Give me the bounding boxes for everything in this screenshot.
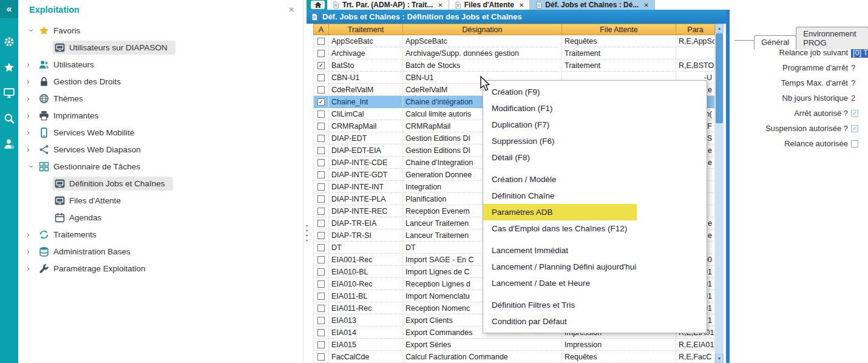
table-row-archivage[interactable]: ArchivageArchivage/Supp. données gestion… [313, 47, 715, 59]
row-checkbox[interactable] [317, 208, 325, 215]
field-checkbox[interactable] [851, 140, 858, 148]
sidebar-item-traitements[interactable]: ›Traitements [18, 226, 303, 243]
row-checkbox[interactable] [317, 74, 325, 81]
row-checkbox[interactable] [317, 147, 325, 154]
chevron-right-icon[interactable]: › [27, 59, 36, 69]
menu-item-condition-par-defaut[interactable]: Condition par Défaut [483, 313, 707, 330]
menu-item-suppression-f6[interactable]: Suppression (F6) [483, 133, 707, 149]
row-checkbox[interactable] [317, 50, 325, 57]
row-checkbox[interactable] [317, 293, 325, 300]
row-checkbox[interactable] [317, 135, 325, 142]
column-header-a[interactable]: A [313, 24, 329, 35]
chevron-right-icon[interactable]: › [27, 246, 36, 256]
sidebar-item-imprimantes[interactable]: ›Imprimantes [18, 107, 303, 124]
tab-close-icon[interactable]: ✕ [519, 2, 524, 8]
tab-close-icon[interactable]: ✕ [643, 2, 648, 8]
row-checkbox[interactable] [317, 159, 325, 166]
menu-item-lancement-planning-defini-aujourd-hui[interactable]: Lancement / Planning Défini aujourd'hui [483, 259, 707, 275]
menu-item-lancement-date-et-heure[interactable]: Lancement / Date et Heure [483, 275, 707, 291]
row-checkbox[interactable] [317, 317, 325, 324]
tab-trt-par-adm-ap-trait[interactable]: Trt. Par. (ADM-AP) : Trait...✕ [327, 0, 449, 10]
sidebar-item-utilisateurs-sur-diapason[interactable]: Utilisateurs sur DIAPASON [18, 39, 303, 56]
tab-def-jobs-et-chaines-de[interactable]: Déf. Jobs et Chaînes : Dé...✕ [530, 0, 654, 10]
sidebar-item-gestionnaire-de-taches[interactable]: ›Gestionnaire de Tâches [18, 158, 303, 175]
gear-button[interactable] [0, 33, 18, 51]
row-checkbox[interactable] [317, 305, 325, 312]
menu-item-definition-filtres-et-tris[interactable]: Définition Filtres et Tris [483, 297, 707, 313]
chevron-down-icon[interactable]: › [27, 25, 36, 35]
properties-tab-environnement-prog[interactable]: Environnement PROG [796, 27, 868, 49]
sidebar-item-agendas[interactable]: Agendas [18, 209, 303, 226]
monitor-button[interactable] [0, 84, 18, 102]
menu-item-lancement-immediat[interactable]: Lancement Immédiat [483, 242, 707, 259]
chevron-right-icon[interactable]: › [27, 144, 36, 154]
menu-item-creation-modele[interactable]: Création / Modèle [483, 171, 707, 188]
row-checkbox[interactable] [317, 195, 325, 203]
row-checkbox[interactable] [317, 232, 325, 239]
column-header-designation[interactable]: Désignation [403, 24, 562, 35]
menu-item-parametres-adb[interactable]: Paramètres ADB [483, 204, 707, 220]
sidebar-item-gestion-des-droits[interactable]: ›Gestion des Droits [18, 73, 303, 90]
chevron-right-icon[interactable]: › [27, 110, 36, 120]
scrollbar-track[interactable] [715, 124, 724, 354]
menu-item-creation-f9[interactable]: Création (F9) [483, 84, 707, 100]
sidebar-item-parametrage-exploitation[interactable]: ›Paramétrage Exploitation [18, 260, 303, 277]
close-panel-icon[interactable]: ✕ [288, 5, 294, 14]
column-header-file-attente[interactable]: File Attente [562, 24, 676, 35]
table-row-faccalcde[interactable]: FacCalCdeCalcul Facturation CommandeRequ… [313, 351, 715, 363]
home-button[interactable] [311, 1, 325, 9]
sidebar-item-services-web-diapason[interactable]: ›Services Web Diapason [18, 141, 303, 158]
sidebar-item-utilisateurs[interactable]: ›Utilisateurs [18, 56, 303, 73]
row-checkbox[interactable]: ✓ [317, 62, 325, 69]
row-checkbox[interactable] [317, 86, 325, 93]
menu-item-modification-f1[interactable]: Modification (F1) [483, 100, 707, 117]
row-checkbox[interactable] [317, 220, 325, 227]
row-checkbox[interactable] [317, 38, 325, 45]
sidebar-item-services-web-mobilite[interactable]: ›Services Web Mobilité [18, 124, 303, 141]
chevron-right-icon[interactable]: › [27, 229, 36, 239]
row-checkbox[interactable] [317, 123, 325, 130]
chevron-right-icon[interactable]: › [27, 263, 36, 273]
field-value[interactable]: ? [851, 78, 855, 87]
field-value[interactable]: ? [851, 63, 855, 72]
row-checkbox[interactable] [317, 268, 325, 276]
sidebar-item-favoris[interactable]: ›Favoris [18, 22, 303, 39]
row-checkbox[interactable] [317, 171, 325, 178]
menu-item-duplication-f7[interactable]: Duplication (F7) [483, 117, 707, 133]
menu-item-definition-chaine[interactable]: Définition Chaîne [483, 188, 707, 204]
star-button[interactable] [0, 58, 18, 76]
row-checkbox[interactable] [317, 183, 325, 191]
row-checkbox[interactable] [317, 244, 325, 251]
row-checkbox[interactable] [317, 341, 325, 348]
sidebar-item-administration-bases[interactable]: ›Administration Bases [18, 243, 303, 260]
row-checkbox[interactable] [317, 110, 325, 118]
tab-close-icon[interactable]: ✕ [438, 2, 442, 8]
collapse-panel-button[interactable]: « [0, 0, 18, 18]
table-row-batsto[interactable]: ✓BatStoBatch de StocksTraitementR,E,BSTO [313, 59, 715, 72]
column-header-para[interactable]: Para [676, 24, 715, 35]
chevron-right-icon[interactable]: › [27, 127, 36, 137]
vertical-scrollbar[interactable]: ▲ ▼ [715, 24, 724, 363]
row-checkbox[interactable] [317, 256, 325, 263]
table-row-appscebatc[interactable]: AppSceBatcAppSceBatcRequêtesR,E,AppSc [313, 35, 715, 47]
panel-resize-grip[interactable] [305, 223, 308, 244]
row-checkbox[interactable] [317, 329, 325, 336]
sidebar-item-themes[interactable]: ›Thèmes [18, 90, 303, 107]
row-checkbox[interactable] [317, 280, 325, 288]
chevron-right-icon[interactable]: › [27, 76, 36, 86]
field-value[interactable]: 2 [851, 93, 855, 103]
menu-item-cas-d-emploi-dans-les-chaines-f12[interactable]: Cas d'Emploi dans les Chaînes (F12) [483, 220, 707, 237]
properties-tab-general[interactable]: Général [754, 35, 796, 50]
scrollbar-up-icon[interactable]: ▲ [715, 24, 724, 33]
scrollbar-down-icon[interactable]: ▼ [715, 354, 724, 363]
menu-item-detail-f8[interactable]: Détail (F8) [483, 149, 707, 166]
person-button[interactable] [0, 135, 18, 153]
scrollbar-thumb[interactable] [716, 33, 723, 123]
sidebar-item-files-d-attente[interactable]: Files d'Attente [18, 192, 303, 209]
table-row-eia015[interactable]: EIA015Export SériesImpressionR,E,EIA01 [313, 339, 715, 351]
chevron-down-icon[interactable]: › [27, 161, 36, 171]
tab-files-d-attente[interactable]: Files d'Attente✕ [449, 0, 531, 10]
search-button[interactable] [0, 109, 18, 127]
column-header-traitement[interactable]: Traitement [329, 24, 403, 35]
row-checkbox[interactable]: ✓ [317, 98, 325, 106]
